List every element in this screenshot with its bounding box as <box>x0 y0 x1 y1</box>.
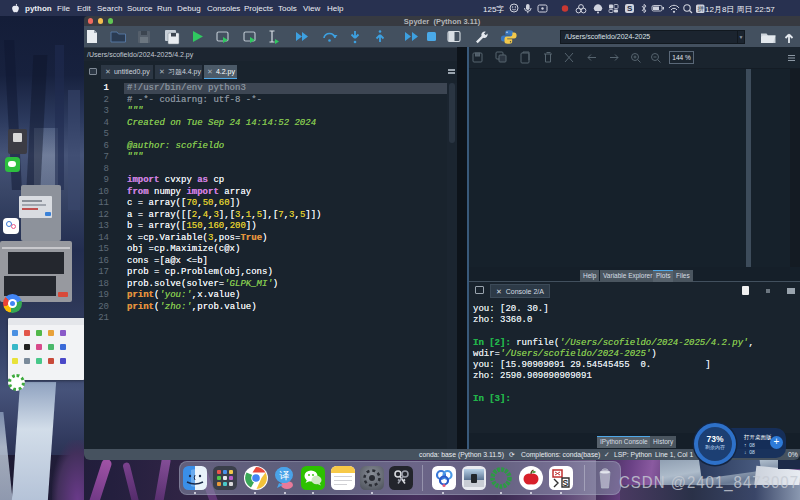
svg-text:拼: 拼 <box>697 5 704 12</box>
svg-text:译: 译 <box>279 470 290 481</box>
svg-text:S: S <box>563 478 569 488</box>
svg-text:S: S <box>627 4 633 13</box>
